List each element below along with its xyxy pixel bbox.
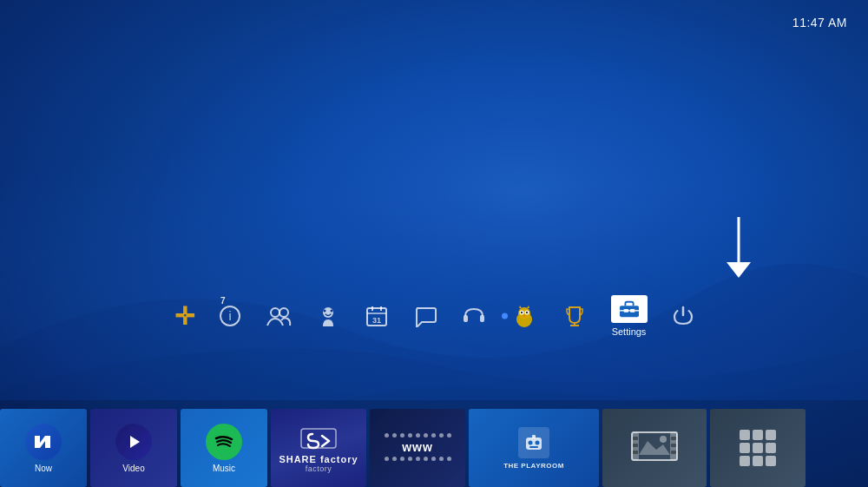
playroom-label: THE PLAYROOM (503, 462, 564, 470)
clock: 11:47 AM (792, 16, 847, 30)
app-tile-grid[interactable] (710, 409, 806, 487)
svg-text:31: 31 (372, 316, 380, 325)
svg-rect-45 (766, 430, 776, 440)
svg-point-4 (323, 307, 333, 318)
ps-plus-icon: ✛ (174, 302, 194, 331)
power-icon (672, 305, 694, 327)
svg-rect-31 (529, 446, 538, 448)
svg-rect-36 (633, 437, 638, 440)
svg-rect-41 (671, 451, 676, 454)
owl-icon (510, 302, 538, 330)
www-dots-bottom (385, 457, 451, 461)
ps-video-logo (115, 424, 152, 460)
activity-icon (413, 305, 437, 327)
nav-icon-ps-plus[interactable]: ✛ (174, 302, 194, 331)
svg-point-29 (529, 440, 533, 444)
settings-briefcase-icon (618, 299, 641, 319)
nav-icon-events[interactable]: 31 (365, 304, 389, 328)
tile-now-label: Now (35, 464, 52, 473)
app-tile-share-factory[interactable]: SHARE factory factory (271, 409, 366, 487)
svg-rect-39 (671, 437, 676, 440)
friends-icon (266, 305, 292, 327)
nav-icon-trophy[interactable] (562, 304, 587, 328)
grid-icon (736, 426, 779, 470)
nav-icon-friends[interactable] (266, 305, 292, 327)
svg-point-19 (525, 312, 527, 313)
nav-icon-activity[interactable] (413, 305, 437, 327)
svg-point-2 (271, 308, 279, 317)
svg-rect-22 (620, 306, 639, 317)
svg-rect-43 (740, 430, 750, 440)
music-spotify-logo (206, 424, 242, 460)
app-tile-www[interactable]: www (370, 409, 465, 487)
playroom-logo-area: THE PLAYROOM (503, 427, 564, 470)
share-factory-icon (298, 424, 339, 455)
svg-rect-40 (671, 444, 676, 447)
svg-rect-46 (740, 443, 750, 453)
svg-rect-47 (753, 443, 763, 453)
notification-badge: 7 (220, 296, 239, 306)
tile-music-label: Music (213, 464, 235, 473)
svg-rect-32 (532, 435, 536, 438)
svg-rect-38 (633, 451, 638, 454)
www-dots (385, 433, 451, 438)
settings-label: Settings (612, 326, 647, 337)
nav-icon-store[interactable] (462, 304, 486, 328)
svg-point-30 (536, 440, 540, 444)
svg-rect-48 (766, 443, 776, 453)
svg-point-5 (323, 310, 326, 313)
app-shelf: Now Video Music (0, 400, 868, 487)
svg-rect-25 (629, 309, 635, 313)
svg-rect-13 (480, 315, 484, 322)
svg-rect-51 (766, 456, 776, 466)
svg-point-3 (279, 308, 288, 317)
svg-marker-26 (130, 436, 140, 448)
svg-rect-49 (740, 456, 750, 466)
navigation-bar: ✛ 7 i 31 (0, 295, 868, 337)
messages-icon (316, 304, 340, 328)
playroom-robot-icon (522, 431, 546, 455)
svg-rect-12 (464, 315, 468, 322)
owl-dot-indicator (502, 313, 508, 319)
ps-now-logo (25, 424, 62, 460)
arrow-indicator (726, 217, 752, 278)
svg-point-42 (660, 436, 667, 443)
trophy-icon (562, 304, 587, 328)
nav-icon-power[interactable] (672, 305, 694, 327)
svg-rect-37 (633, 444, 638, 447)
events-icon: 31 (365, 304, 389, 328)
svg-rect-50 (753, 456, 763, 466)
share-factory-text: SHARE factory factory (279, 455, 358, 473)
app-tile-playroom[interactable]: THE PLAYROOM (469, 409, 599, 487)
svg-point-18 (520, 312, 522, 313)
tile-video-label: Video (122, 464, 144, 473)
app-tile-video[interactable]: Video (90, 409, 177, 487)
notifications-icon: i (219, 305, 241, 327)
app-tile-now[interactable]: Now (0, 409, 87, 487)
app-tile-music[interactable]: Music (181, 409, 267, 487)
svg-point-6 (330, 310, 332, 313)
store-icon (462, 304, 486, 328)
svg-rect-44 (753, 430, 763, 440)
nav-icon-settings[interactable]: Settings (611, 295, 648, 337)
svg-rect-24 (623, 309, 628, 313)
app-tile-media[interactable] (602, 409, 707, 487)
svg-text:i: i (228, 309, 231, 323)
arrow-down-icon (726, 217, 752, 278)
nav-icon-messages[interactable] (316, 304, 340, 328)
nav-icon-owl[interactable] (510, 302, 538, 330)
nav-icon-notifications[interactable]: 7 i (219, 305, 241, 327)
www-text: www (402, 440, 433, 454)
settings-icon-box (611, 295, 648, 323)
media-player-icon (630, 431, 679, 465)
